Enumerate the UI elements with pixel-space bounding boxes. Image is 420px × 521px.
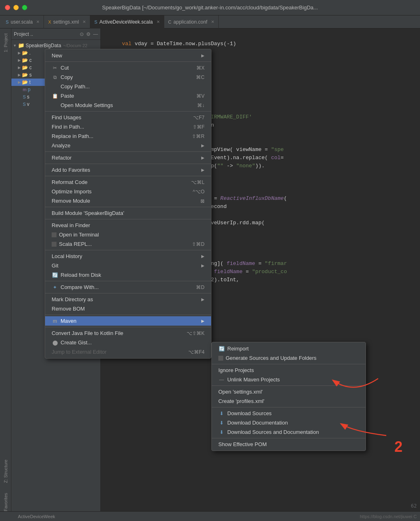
menu-item-compare[interactable]: ✦ Compare With... ⌘D [45, 282, 211, 292]
menu-item-paste[interactable]: 📋 Paste ⌘V [45, 91, 211, 101]
file-s-icon: S [23, 94, 26, 99]
menu-item-replace-path[interactable]: Replace in Path... ⇧⌘R [45, 131, 211, 141]
menu-maven-label: Maven [61, 318, 199, 324]
menu-item-cut[interactable]: ✂ Cut ⌘X [45, 63, 211, 72]
minimize-button[interactable] [13, 5, 19, 10]
status-filename: ActiveDeviceWeek [18, 514, 55, 519]
tab-activedevice[interactable]: S ActiveDeviceWeek.scala ✕ [90, 15, 164, 28]
menu-item-scala-repl[interactable]: ▪ Scala REPL... ⇧⌘D [45, 239, 211, 249]
menu-item-refactor[interactable]: Refactor ▶ [45, 153, 211, 162]
menu-analyze-label: Analyze [52, 142, 199, 149]
download-sources-icon: ⬇ [218, 411, 225, 416]
paste-icon: 📋 [52, 93, 58, 99]
maven-unlink[interactable]: — Unlink Maven Projects [212, 375, 366, 384]
tree-root[interactable]: ▼ 📁 SpeakerBigData ~/Docum 22 [11, 42, 100, 49]
maven-create-profiles[interactable]: Create 'profiles.xml' [212, 396, 366, 406]
menu-item-reformat[interactable]: Reformat Code ⌥⌘L [45, 177, 211, 187]
titlebar: SpeakerBigData [~/Documents/go_work/git.… [0, 0, 420, 15]
menu-item-jump-external: Jump to External Editor ⌥⌘F4 [45, 347, 211, 357]
maven-download-both[interactable]: ⬇ Download Sources and Documentation [212, 427, 366, 437]
menu-item-remove-module[interactable]: Remove Module ⊠ [45, 196, 211, 206]
tab-settings[interactable]: X settings.xml ✕ [44, 15, 90, 28]
menu-item-add-favorites[interactable]: Add to Favorites ▶ [45, 165, 211, 175]
menu-item-find-path[interactable]: Find in Path... ⇧⌘F [45, 122, 211, 131]
optimize-shortcut: ^⌥O [193, 189, 205, 195]
maven-ignore-projects[interactable]: Ignore Projects [212, 366, 366, 375]
statusbar: ActiveDeviceWeek https://blog.csdn.net/j… [0, 511, 420, 521]
tabbar: S user.scala ✕ X settings.xml ✕ S Active… [0, 15, 420, 28]
menu-item-optimize[interactable]: Optimize Imports ^⌥O [45, 187, 211, 196]
menu-item-reload[interactable]: 🔄 Reload from Disk [45, 270, 211, 280]
menu-reformat-label: Reformat Code [52, 179, 189, 185]
tab-user[interactable]: S user.scala ✕ [2, 15, 44, 28]
structure-panel-tab[interactable]: Z: Structure [1, 456, 11, 486]
menu-remove-module-label: Remove Module [52, 198, 198, 204]
tab-settings-close[interactable]: ✕ [83, 20, 86, 24]
menu-sep-2 [45, 111, 211, 112]
tab-application[interactable]: C application.conf ✕ [164, 15, 219, 28]
menu-create-gist-label: Create Gist... [61, 339, 205, 346]
menu-sep-8 [45, 250, 211, 250]
menu-item-remove-bom[interactable]: Remove BOM [45, 304, 211, 313]
menu-sep-10 [45, 293, 211, 293]
menu-item-open-module[interactable]: Open Module Settings ⌘↓ [45, 101, 211, 110]
tab-application-close[interactable]: ✕ [211, 20, 214, 24]
reimport-icon: 🔄 [218, 346, 225, 352]
maven-download-docs[interactable]: ⬇ Download Documentation [212, 418, 366, 427]
menu-item-reveal[interactable]: Reveal in Finder [45, 221, 211, 230]
menu-item-maven[interactable]: m Maven ▶ [45, 316, 211, 326]
scala-repl-icon: ▪ [52, 242, 57, 247]
menu-sep-5 [45, 176, 211, 176]
menu-item-build[interactable]: Build Module 'SpeakerBigData' [45, 208, 211, 218]
xml-icon: X [48, 20, 51, 24]
folder-icon-c: 📂 [22, 57, 28, 63]
cut-icon: ✂ [52, 65, 58, 71]
maven-effective-pom-label: Show Effective POM [218, 441, 359, 447]
tree-label-1: . [29, 50, 30, 56]
menu-item-analyze[interactable]: Analyze ▶ [45, 141, 211, 150]
left-panel-strip: 1: Project Z: Structure 2: Favorites [0, 28, 11, 521]
convert-kotlin-shortcut: ⌥⇧⌘K [187, 331, 205, 336]
menu-item-find-usages[interactable]: Find Usages ⌥F7 [45, 113, 211, 122]
terminal-icon: ▪ [52, 232, 57, 237]
menu-item-copy-path[interactable]: Copy Path... [45, 82, 211, 91]
download-docs-icon: ⬇ [218, 420, 225, 426]
menu-reveal-label: Reveal in Finder [52, 222, 205, 228]
maximize-button[interactable] [22, 5, 27, 10]
menu-sep-3 [45, 151, 211, 152]
tab-activedevice-close[interactable]: ✕ [157, 20, 160, 24]
collapse-icon[interactable]: — [93, 31, 98, 37]
maven-download-sources[interactable]: ⬇ Download Sources [212, 409, 366, 418]
maven-generate-sources[interactable]: ▪ Generate Sources and Update Folders [212, 353, 366, 363]
maven-show-effective-pom[interactable]: Show Effective POM [212, 440, 366, 449]
menu-item-mark-dir[interactable]: Mark Directory as ▶ [45, 295, 211, 304]
menu-item-terminal[interactable]: ▪ Open in Terminal [45, 230, 211, 239]
menu-item-copy[interactable]: ⧉ Copy ⌘C [45, 72, 211, 82]
tree-root-label: SpeakerBigData [26, 43, 61, 48]
tab-user-close[interactable]: ✕ [36, 20, 39, 24]
menu-optimize-label: Optimize Imports [52, 188, 190, 195]
menu-item-git[interactable]: Git ▶ [45, 261, 211, 270]
settings-icon[interactable]: ⚙ [86, 31, 91, 37]
menu-new-label: New [52, 53, 199, 59]
close-button[interactable] [5, 5, 10, 10]
new-submenu-arrow: ▶ [201, 53, 205, 58]
menu-item-create-gist[interactable]: ⬤ Create Gist... [45, 338, 211, 347]
menu-refactor-label: Refactor [52, 155, 199, 161]
menu-item-new[interactable]: New ▶ [45, 51, 211, 60]
maven-generate-label: Generate Sources and Update Folders [226, 355, 359, 361]
traffic-lights [5, 5, 27, 10]
folder-icon-1: 📂 [22, 50, 28, 56]
menu-sep-7 [45, 219, 211, 219]
menu-sep-9 [45, 281, 211, 281]
module-shortcut: ⌘↓ [197, 103, 205, 108]
project-panel-tab[interactable]: 1: Project [1, 30, 11, 55]
maven-reimport[interactable]: 🔄 Reimport [212, 344, 366, 353]
favorites-arrow: ▶ [201, 168, 205, 172]
menu-item-convert-kotlin[interactable]: Convert Java File to Kotlin File ⌥⇧⌘K [45, 328, 211, 338]
scope-icon[interactable]: ⊙ [80, 31, 84, 37]
maven-sep-3 [212, 407, 366, 407]
menu-item-local-history[interactable]: Local History ▶ [45, 252, 211, 261]
maven-open-settings[interactable]: Open 'settings.xml' [212, 387, 366, 396]
scala-icon: S [6, 20, 9, 24]
